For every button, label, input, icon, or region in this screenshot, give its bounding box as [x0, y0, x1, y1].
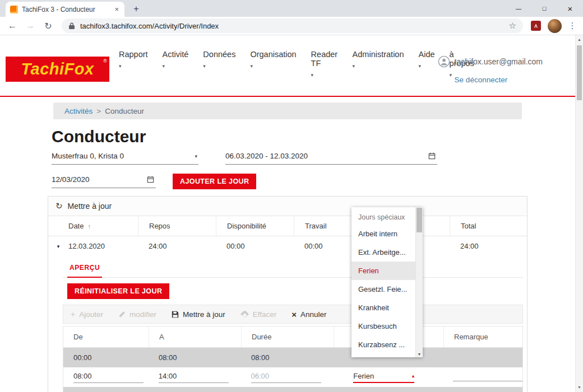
user-box: tachifox.user@gmail.com Se déconnecter	[438, 55, 543, 84]
reset-day-button[interactable]: RÉINITIALISER LE JOUR	[67, 283, 169, 299]
dropdown-item[interactable]: Ext. Arbeitge...	[351, 243, 415, 262]
page-scrollbar[interactable]: ▲ ▼	[575, 35, 583, 392]
site-header: TachiFox ® Rapport ▾ Activité ▾ Données …	[0, 35, 583, 97]
cell-duree: 08:00	[241, 353, 334, 362]
menu-activite[interactable]: Activité ▾	[163, 50, 189, 78]
dropdown-item[interactable]: Kurzabsenz ...	[351, 335, 415, 354]
dropdown-item[interactable]: Arbeit intern	[351, 225, 415, 243]
day-table-header: Date ↑ Repos Disponibilité Travail Total	[48, 216, 527, 236]
window-close-button[interactable]: ×	[557, 0, 583, 17]
chevron-down-icon: ▾	[195, 153, 197, 159]
logout-link[interactable]: Se déconnecter	[455, 76, 543, 84]
save-icon	[172, 311, 179, 318]
menu-administration[interactable]: Administration ▾	[353, 50, 404, 78]
menu-donnees[interactable]: Données ▾	[203, 50, 235, 78]
dropdown-list: Jours spéciaux Arbeit intern Ext. Arbeit…	[351, 207, 415, 357]
day-date: 12.03.2020	[68, 242, 138, 250]
menu-organisation[interactable]: Organisation ▾	[250, 50, 296, 78]
new-tab-button[interactable]: +	[130, 4, 142, 14]
shift-row[interactable]: 14:00 15:00 01:00 Repos	[63, 387, 522, 392]
shift-row[interactable]: 00:00 08:00 08:00	[63, 348, 522, 367]
shift-row-editing[interactable]: 08:00 14:00 06:00 Ferien ▴	[63, 367, 522, 387]
a-input[interactable]: 14:00	[159, 372, 229, 383]
duree-input[interactable]: 06:00	[251, 372, 321, 383]
cell-de: 00:00	[63, 353, 149, 362]
browser-tab[interactable]: TachiFox 3 - Conducteur ×	[6, 2, 124, 17]
remarque-input[interactable]	[453, 372, 522, 381]
dropdown-item[interactable]: Kursbesuch	[351, 317, 415, 335]
person-icon	[438, 55, 450, 68]
bookmark-star-icon[interactable]: ☆	[509, 21, 516, 31]
breadcrumb-current: Conducteur	[105, 107, 144, 115]
add-day-button[interactable]: AJOUTER LE JOUR	[173, 174, 256, 189]
menu-label: Organisation	[250, 50, 296, 59]
dropdown-item[interactable]: Gesetzl. Feie...	[351, 280, 415, 298]
refresh-button[interactable]: ↻ Mettre à jour	[48, 197, 527, 216]
tachifox-logo[interactable]: TachiFox ®	[6, 57, 109, 82]
page-title: Conducteur	[52, 127, 528, 146]
browser-menu-icon[interactable]: ⋮	[566, 21, 579, 31]
window-minimize-button[interactable]: —	[506, 0, 531, 17]
address-bar[interactable]: tachifox3.tachifox.com/Activity/Driver/I…	[62, 18, 523, 33]
toolbar-update-button[interactable]: Mettre à jour	[172, 310, 225, 319]
dropdown-item[interactable]: Krankheit	[351, 298, 415, 317]
menu-aide[interactable]: Aide ▾	[418, 50, 434, 78]
column-header-repos[interactable]: Repos	[138, 216, 216, 236]
toolbar-add-button[interactable]: + Ajouter	[71, 310, 103, 319]
day-dispo: 00:00	[216, 242, 294, 250]
column-header-disponibilite[interactable]: Disponibilité	[216, 216, 294, 236]
dropdown-item-selected[interactable]: Ferien	[351, 262, 415, 280]
column-header-remarque[interactable]: Remarque	[443, 326, 522, 347]
column-header-total[interactable]: Total	[450, 216, 527, 236]
day-repos: 24:00	[138, 242, 216, 250]
detail-tabs: APERÇU	[63, 258, 523, 278]
column-header-date[interactable]: Date ↑	[48, 216, 138, 236]
scroll-down-icon[interactable]: ▼	[416, 352, 423, 356]
toolbar-edit-label: modifier	[129, 310, 156, 319]
menu-reader-tf[interactable]: Reader TF ▾	[311, 50, 338, 78]
logo-text: TachiFox	[21, 60, 94, 78]
window-maximize-button[interactable]: □	[531, 0, 557, 17]
column-header-a[interactable]: A	[149, 326, 241, 347]
date-input[interactable]: 12/03/2020	[52, 175, 156, 188]
browser-tab-strip: TachiFox 3 - Conducteur × + — □ ×	[0, 0, 583, 17]
column-label: Date	[68, 222, 84, 230]
forward-button[interactable]: →	[22, 21, 38, 31]
scroll-down-icon[interactable]: ▼	[576, 384, 583, 391]
pdf-extension-icon[interactable]	[531, 21, 541, 31]
tab-close-icon[interactable]: ×	[113, 5, 120, 13]
scroll-up-icon[interactable]: ▲	[576, 36, 583, 44]
driver-select-value: Musterfrau 0, Krista 0	[52, 152, 124, 160]
column-header-de[interactable]: De	[63, 326, 149, 347]
type-dropdown-menu: Jours spéciaux Arbeit intern Ext. Arbeit…	[351, 207, 423, 357]
menu-rapport[interactable]: Rapport ▾	[119, 50, 148, 78]
profile-avatar[interactable]	[548, 19, 562, 33]
shift-table: De A Durée Remarque 00:00 08:00 08:00	[63, 326, 523, 392]
toolbar-clear-button[interactable]: Effacer	[240, 310, 277, 319]
dropdown-scrollbar[interactable]: ▼	[415, 207, 423, 357]
date-range-value: 06.03.2020 - 12.03.2020	[225, 152, 308, 160]
page-scrollbar-thumb[interactable]	[577, 45, 582, 100]
day-total: 24:00	[450, 242, 527, 250]
user-account[interactable]: tachifox.user@gmail.com	[438, 55, 543, 68]
shift-table-header: De A Durée Remarque	[63, 326, 522, 348]
eraser-icon	[240, 311, 249, 318]
date-range-input[interactable]: 06.03.2020 - 12.03.2020	[225, 152, 437, 165]
tab-apercu[interactable]: APERÇU	[67, 258, 102, 278]
column-header-duree[interactable]: Durée	[241, 326, 334, 347]
refresh-label: Mettre à jour	[68, 202, 112, 211]
breadcrumb-activites-link[interactable]: Activités	[64, 107, 92, 115]
calendar-icon	[146, 175, 155, 184]
tachifox-favicon	[10, 6, 18, 13]
toolbar-edit-button[interactable]: modifier	[118, 310, 156, 319]
row-expander-icon[interactable]: ▾	[48, 244, 68, 249]
reload-button[interactable]: ↻	[40, 21, 56, 31]
de-input[interactable]: 08:00	[73, 372, 144, 383]
back-button[interactable]: ←	[4, 21, 20, 31]
driver-select[interactable]: Musterfrau 0, Krista 0 ▾	[52, 152, 198, 165]
toolbar-cancel-button[interactable]: × Annuler	[292, 310, 326, 319]
browser-toolbar: ← → ↻ tachifox3.tachifox.com/Activity/Dr…	[0, 17, 583, 35]
type-select[interactable]: Ferien ▴	[353, 372, 414, 383]
day-row[interactable]: ▾ 12.03.2020 24:00 00:00 00:00 24:00	[48, 236, 527, 256]
dropdown-scrollbar-thumb[interactable]	[417, 208, 422, 232]
